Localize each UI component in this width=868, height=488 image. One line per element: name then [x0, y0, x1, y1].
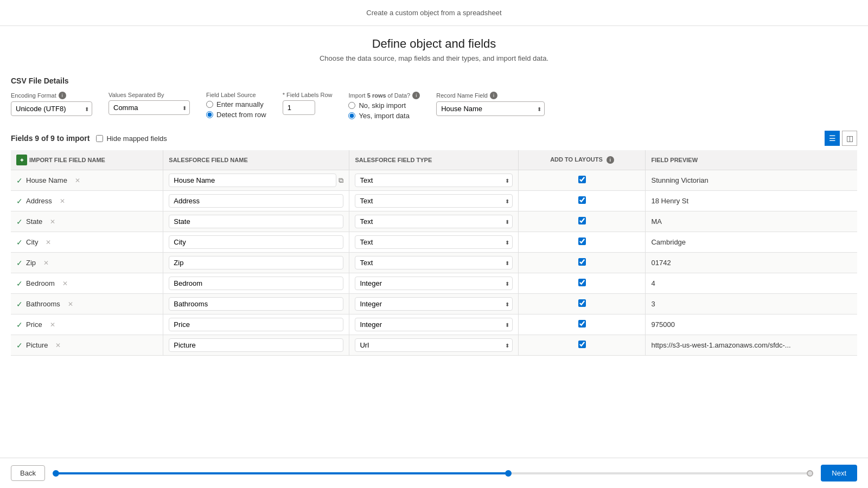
sf-field-type-select[interactable]: TextIntegerUrlDateCheckboxCurrencyNumber…	[355, 235, 513, 249]
sf-field-type-cell: TextIntegerUrlDateCheckboxCurrencyNumber…	[349, 191, 519, 211]
radio-yes-import-input[interactable]	[348, 112, 355, 119]
sf-field-name-input[interactable]	[169, 215, 343, 228]
copy-icon[interactable]: ⧉	[339, 176, 343, 185]
field-preview-cell: https://s3-us-west-1.amazonaws.com/sfdc-…	[646, 335, 857, 356]
add-to-layouts-checkbox[interactable]	[578, 258, 586, 266]
encoding-format-group: Encoding Format i Unicode (UTF8) UTF-16 …	[11, 92, 92, 116]
values-separated-label: Values Separated By	[108, 92, 190, 98]
sf-field-type-select[interactable]: TextIntegerUrlDateCheckboxCurrencyNumber…	[355, 194, 513, 208]
field-preview-cell: 975000	[646, 314, 857, 335]
encoding-format-select[interactable]: Unicode (UTF8) UTF-16 ASCII	[11, 101, 92, 116]
check-icon: ✓	[16, 176, 23, 185]
list-view-button[interactable]: ☰	[825, 131, 840, 146]
radio-detect-from-row-input[interactable]	[206, 111, 213, 118]
remove-field-icon[interactable]: ✕	[43, 259, 49, 267]
remove-field-icon[interactable]: ✕	[75, 177, 80, 184]
import-field-name: Bathrooms	[26, 300, 60, 308]
import-rows-info-icon[interactable]: i	[412, 92, 420, 99]
sf-field-name-input[interactable]	[169, 174, 336, 187]
check-icon: ✓	[16, 217, 23, 226]
remove-field-icon[interactable]: ✕	[60, 197, 65, 205]
sf-field-type-select[interactable]: TextIntegerUrlDateCheckboxCurrencyNumber…	[355, 215, 513, 228]
add-to-layouts-checkbox[interactable]	[578, 299, 586, 307]
record-name-field-group: Record Name Field i House Name Address C…	[436, 92, 545, 116]
add-to-layouts-cell	[519, 253, 646, 273]
import-rows-group: Import 5 rows of Data? i No, skip import…	[348, 92, 420, 120]
radio-enter-manually-input[interactable]	[206, 101, 213, 108]
field-labels-row-input[interactable]	[283, 100, 315, 115]
sf-field-type-cell: TextIntegerUrlDateCheckboxCurrencyNumber…	[349, 211, 519, 232]
sf-field-type-select[interactable]: TextIntegerUrlDateCheckboxCurrencyNumber…	[355, 338, 513, 352]
add-to-layouts-checkbox[interactable]	[578, 320, 586, 328]
sf-field-type-cell: TextIntegerUrlDateCheckboxCurrencyNumber…	[349, 253, 519, 273]
sf-field-type-select[interactable]: TextIntegerUrlDateCheckboxCurrencyNumber…	[355, 174, 513, 187]
add-to-layouts-cell	[519, 294, 646, 314]
page-header: Define object and fields Choose the data…	[0, 26, 868, 68]
add-to-layouts-cell	[519, 335, 646, 356]
add-to-layouts-checkbox[interactable]	[578, 341, 586, 348]
import-field-name-cell: ✓ Bathrooms ✕	[11, 294, 163, 314]
import-field-name-cell: ✓ Price ✕	[11, 314, 163, 335]
sf-field-name-input[interactable]	[169, 277, 343, 290]
import-rows-label: Import 5 rows of Data? i	[348, 92, 420, 99]
csv-details: Encoding Format i Unicode (UTF8) UTF-16 …	[11, 92, 857, 125]
add-to-layouts-checkbox[interactable]	[578, 176, 586, 183]
sf-field-type-cell: TextIntegerUrlDateCheckboxCurrencyNumber…	[349, 314, 519, 335]
radio-detect-from-row[interactable]: Detect from row	[206, 111, 266, 119]
table-row: ✓ State ✕ TextIntegerUrlDateCheckboxCurr…	[11, 211, 857, 232]
table-row: ✓ Bathrooms ✕ TextIntegerUrlDateCheckbox…	[11, 294, 857, 314]
radio-no-skip-input[interactable]	[348, 102, 355, 109]
hide-mapped-checkbox[interactable]	[96, 135, 103, 142]
th-add-to-layouts: ADD TO LAYOUTS i	[519, 150, 646, 170]
radio-enter-manually[interactable]: Enter manually	[206, 100, 266, 108]
remove-field-icon[interactable]: ✕	[46, 239, 51, 246]
sf-field-name-cell	[163, 211, 349, 232]
add-to-layouts-checkbox[interactable]	[578, 279, 586, 286]
fields-header: Fields 9 of 9 to import Hide mapped fiel…	[11, 131, 857, 146]
sf-field-name-input[interactable]	[169, 297, 343, 311]
remove-field-icon[interactable]: ✕	[68, 300, 73, 308]
sf-field-name-cell	[163, 335, 349, 356]
remove-field-icon[interactable]: ✕	[62, 280, 68, 287]
add-to-layouts-checkbox[interactable]	[578, 237, 586, 245]
import-rows-radios: No, skip import Yes, import data	[348, 101, 420, 120]
sf-field-name-cell	[163, 191, 349, 211]
radio-yes-import[interactable]: Yes, import data	[348, 112, 420, 120]
remove-field-icon[interactable]: ✕	[50, 218, 55, 226]
table-row: ✓ Address ✕ TextIntegerUrlDateCheckboxCu…	[11, 191, 857, 211]
radio-no-skip[interactable]: No, skip import	[348, 101, 420, 110]
add-to-layouts-info-icon[interactable]: i	[607, 156, 614, 164]
sf-field-name-input[interactable]	[169, 194, 343, 208]
import-field-name-cell: ✓ State ✕	[11, 211, 163, 232]
encoding-format-label: Encoding Format i	[11, 92, 92, 99]
sf-field-name-input[interactable]	[169, 338, 343, 352]
sf-field-type-select[interactable]: TextIntegerUrlDateCheckboxCurrencyNumber…	[355, 318, 513, 331]
record-name-field-label: Record Name Field i	[436, 92, 545, 99]
remove-field-icon[interactable]: ✕	[55, 342, 61, 349]
check-icon: ✓	[16, 259, 23, 267]
add-to-layouts-checkbox[interactable]	[578, 217, 586, 224]
field-preview-cell: 3	[646, 294, 857, 314]
fields-count: Fields 9 of 9 to import	[11, 134, 90, 143]
encoding-info-icon[interactable]: i	[59, 92, 66, 99]
sf-field-name-input[interactable]	[169, 318, 343, 331]
import-field-name: State	[26, 217, 42, 226]
record-name-select[interactable]: House Name Address City	[436, 101, 545, 116]
values-separated-select[interactable]: Comma Semicolon Tab	[108, 100, 190, 115]
add-to-layouts-checkbox[interactable]	[578, 196, 586, 204]
grid-view-button[interactable]: ◫	[842, 131, 857, 146]
record-name-info-icon[interactable]: i	[490, 92, 497, 99]
field-label-source-group: Field Label Source Enter manually Detect…	[206, 92, 266, 119]
sf-field-type-cell: TextIntegerUrlDateCheckboxCurrencyNumber…	[349, 294, 519, 314]
field-preview-text: 3	[651, 300, 655, 308]
fields-table: ✦ IMPORT FILE FIELD NAME SALESFORCE FIEL…	[11, 150, 857, 356]
sf-field-type-select[interactable]: TextIntegerUrlDateCheckboxCurrencyNumber…	[355, 256, 513, 269]
remove-field-icon[interactable]: ✕	[50, 321, 55, 329]
sf-field-type-select[interactable]: TextIntegerUrlDateCheckboxCurrencyNumber…	[355, 297, 513, 311]
hide-mapped-label[interactable]: Hide mapped fields	[96, 134, 167, 143]
sf-field-name-input[interactable]	[169, 235, 343, 249]
sf-field-type-select[interactable]: TextIntegerUrlDateCheckboxCurrencyNumber…	[355, 277, 513, 290]
page-subtitle: Choose the data source, map fields and t…	[0, 54, 868, 62]
add-to-layouts-cell	[519, 273, 646, 294]
sf-field-name-input[interactable]	[169, 256, 343, 269]
